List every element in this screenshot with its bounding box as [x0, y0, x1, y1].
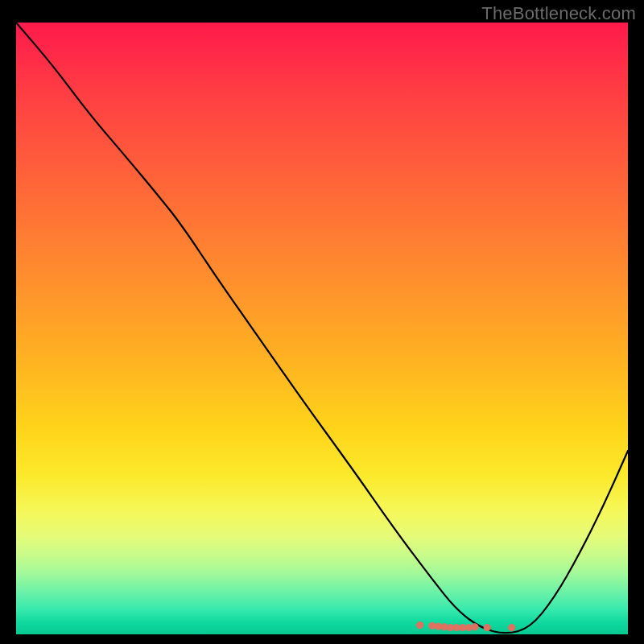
svg-point-9	[484, 624, 490, 630]
chart-frame: TheBottleneck.com	[0, 0, 644, 644]
svg-point-8	[472, 624, 478, 630]
svg-point-10	[508, 624, 514, 630]
svg-point-7	[465, 624, 472, 630]
svg-point-2	[435, 623, 441, 630]
svg-point-1	[429, 622, 436, 629]
svg-point-3	[441, 624, 448, 630]
watermark-text: TheBottleneck.com	[481, 3, 636, 24]
plot-area	[16, 23, 628, 634]
highlight-points	[16, 23, 628, 634]
svg-point-0	[416, 621, 423, 628]
